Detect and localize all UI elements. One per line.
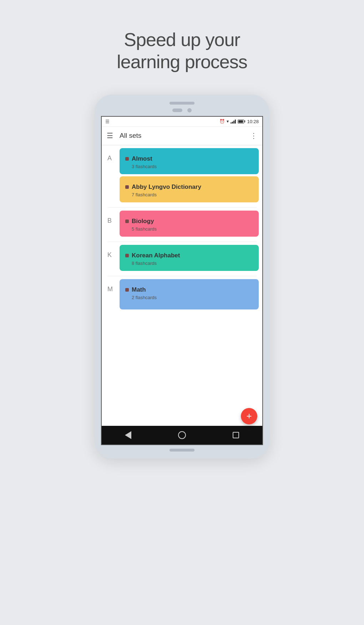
section-a: A Almost 3 flashcards Abby Lyngvo Dictio… bbox=[102, 145, 262, 207]
app-bar: ☰ All sets ⋮ bbox=[102, 127, 262, 145]
more-options-icon[interactable]: ⋮ bbox=[250, 131, 257, 140]
card-biology[interactable]: Biology 5 flashcards bbox=[120, 211, 259, 237]
section-k-cards: Korean Alphabet 8 flashcards bbox=[120, 245, 259, 273]
phone-screen: ☰ ⏰ ▾ 10:28 ☰ All sets ⋮ bbox=[101, 116, 263, 445]
nav-recent-icon bbox=[233, 432, 239, 438]
headline-line2: learning process bbox=[117, 51, 247, 72]
card-math[interactable]: Math 2 flashcards bbox=[120, 279, 259, 309]
fab-plus-icon: + bbox=[246, 410, 252, 422]
section-letter-a: A bbox=[107, 155, 116, 162]
card-biology-count: 5 flashcards bbox=[125, 226, 253, 232]
app-title: All sets bbox=[120, 132, 250, 140]
card-dot-icon bbox=[125, 185, 129, 189]
card-almost-title: Almost bbox=[125, 155, 253, 162]
signal-icon bbox=[231, 119, 236, 124]
fab-add-button[interactable]: + bbox=[241, 408, 257, 424]
card-korean-title: Korean Alphabet bbox=[125, 252, 253, 259]
card-abby-title: Abby Lyngvo Dictionary bbox=[125, 183, 253, 191]
section-b: B Biology 5 flashcards bbox=[102, 208, 262, 242]
section-k: K Korean Alphabet 8 flashcards bbox=[102, 242, 262, 276]
phone-home-button bbox=[172, 109, 182, 112]
card-math-count: 2 flashcards bbox=[125, 295, 253, 300]
headline-line1: Speed up your bbox=[124, 29, 240, 50]
notification-icon: ☰ bbox=[105, 119, 110, 124]
nav-home-icon bbox=[178, 431, 186, 439]
wifi-icon: ▾ bbox=[227, 119, 229, 124]
nav-back-button[interactable] bbox=[125, 431, 131, 439]
phone-speaker-top bbox=[170, 102, 194, 105]
time-display: 10:28 bbox=[247, 119, 259, 124]
card-dot-icon bbox=[125, 220, 129, 223]
phone-camera-area bbox=[172, 108, 192, 112]
card-abby-count: 7 flashcards bbox=[125, 192, 253, 197]
card-dot-icon bbox=[125, 254, 129, 257]
section-m: M Math 2 flashcards bbox=[102, 276, 262, 314]
status-bar: ☰ ⏰ ▾ 10:28 bbox=[102, 117, 262, 127]
section-letter-b: B bbox=[107, 217, 116, 225]
card-almost-count: 3 flashcards bbox=[125, 164, 253, 169]
status-right: ⏰ ▾ 10:28 bbox=[219, 119, 259, 124]
nav-back-icon bbox=[125, 431, 131, 439]
section-letter-m: M bbox=[107, 286, 116, 293]
nav-home-button[interactable] bbox=[178, 431, 186, 439]
section-a-cards: Almost 3 flashcards Abby Lyngvo Dictiona… bbox=[120, 148, 259, 205]
card-math-title: Math bbox=[125, 286, 253, 293]
nav-bar bbox=[102, 426, 262, 444]
card-korean-count: 8 flashcards bbox=[125, 261, 253, 266]
card-dot-icon bbox=[125, 157, 129, 161]
card-almost[interactable]: Almost 3 flashcards bbox=[120, 148, 259, 174]
card-biology-title: Biology bbox=[125, 218, 253, 225]
section-m-cards: Math 2 flashcards bbox=[120, 279, 259, 312]
alarm-icon: ⏰ bbox=[219, 119, 225, 124]
section-letter-k: K bbox=[107, 251, 116, 259]
card-abby[interactable]: Abby Lyngvo Dictionary 7 flashcards bbox=[120, 176, 259, 202]
headline: Speed up your learning process bbox=[117, 29, 247, 73]
battery-icon bbox=[238, 120, 245, 124]
section-b-cards: Biology 5 flashcards bbox=[120, 211, 259, 239]
phone-camera bbox=[187, 108, 192, 112]
card-korean[interactable]: Korean Alphabet 8 flashcards bbox=[120, 245, 259, 271]
phone-mockup: ☰ ⏰ ▾ 10:28 ☰ All sets ⋮ bbox=[95, 95, 269, 459]
phone-speaker-bottom bbox=[170, 449, 194, 452]
hamburger-icon[interactable]: ☰ bbox=[107, 131, 113, 140]
status-left: ☰ bbox=[105, 119, 110, 124]
flashcard-list: A Almost 3 flashcards Abby Lyngvo Dictio… bbox=[102, 145, 262, 426]
card-dot-icon bbox=[125, 288, 129, 292]
nav-recent-button[interactable] bbox=[233, 432, 239, 438]
